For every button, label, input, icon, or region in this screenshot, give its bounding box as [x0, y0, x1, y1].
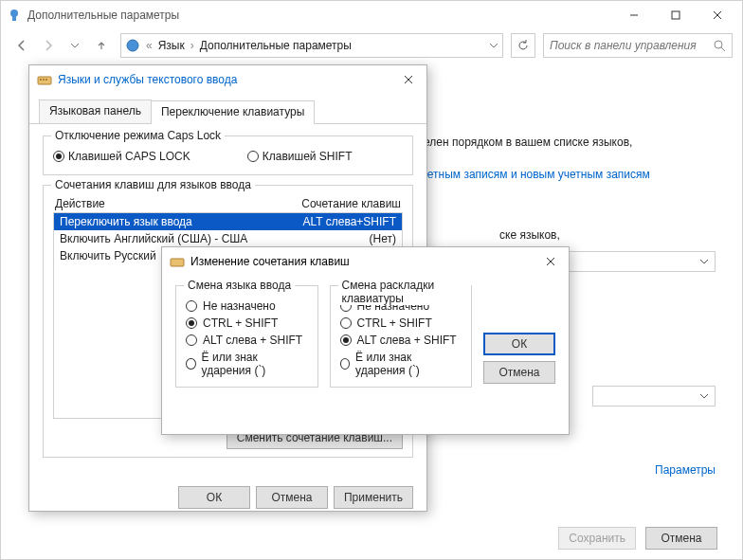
close-button[interactable]	[697, 2, 738, 28]
back-button[interactable]	[10, 34, 33, 57]
footer: Сохранить Отмена	[1, 517, 742, 559]
radio-dot-icon	[186, 317, 197, 329]
cancel-button[interactable]: Отмена	[483, 361, 555, 384]
search-input[interactable]	[550, 39, 709, 52]
svg-point-8	[715, 41, 722, 48]
radio-alt-shift[interactable]: ALT слева + SHIFT	[340, 334, 462, 347]
dialog-header: Изменение сочетания клавиш	[162, 247, 569, 276]
radio-ctrl-shift[interactable]: CTRL + SHIFT	[186, 316, 308, 330]
capslock-group: Отключение режима Caps Lock Клавишей CAP…	[43, 135, 413, 175]
apply-button[interactable]: Применить	[334, 486, 413, 509]
group-legend: Сочетания клавиш для языков ввода	[51, 178, 255, 191]
svg-point-0	[10, 9, 18, 17]
radio-dot-icon	[186, 334, 197, 346]
group-legend: Смена языка ввода	[184, 279, 295, 292]
col-header: Сочетание клавиш	[301, 197, 401, 210]
radio-alt-shift[interactable]: ALT слева + SHIFT	[186, 334, 308, 347]
change-hotkey-dialog: Изменение сочетания клавиш Смена языка в…	[161, 246, 570, 435]
refresh-button[interactable]	[511, 33, 535, 58]
radio-ctrl-shift[interactable]: CTRL + SHIFT	[340, 316, 462, 330]
forward-button[interactable]	[37, 34, 60, 57]
navbar: « Язык › Дополнительные параметры	[1, 29, 742, 62]
breadcrumb-item[interactable]: Язык	[158, 39, 185, 52]
svg-rect-3	[672, 11, 680, 19]
radio-dot-icon	[186, 358, 196, 370]
close-icon[interactable]	[540, 255, 561, 268]
chevron-icon: ›	[189, 39, 196, 52]
radio-dot-icon	[340, 358, 351, 370]
window-title: Дополнительные параметры	[26, 9, 613, 22]
group-legend: Смена раскладки клавиатуры	[338, 279, 472, 305]
svg-rect-12	[43, 79, 45, 81]
minimize-button[interactable]	[613, 2, 655, 28]
save-button: Сохранить	[558, 527, 636, 550]
input-lang-group: Смена языка ввода Не назначено CTRL + SH…	[175, 285, 318, 388]
group-legend: Отключение режима Caps Lock	[51, 129, 225, 142]
list-item[interactable]: Включить Английский (США) - США(Нет)	[54, 230, 402, 247]
radio-grave[interactable]: Ё или знак ударения (`)	[186, 351, 308, 377]
radio-shift[interactable]: Клавишей SHIFT	[247, 150, 353, 163]
maximize-button[interactable]	[655, 2, 697, 28]
radio-dot-icon	[340, 317, 352, 329]
col-header: Действие	[55, 197, 105, 210]
radio-dot-icon	[186, 300, 197, 312]
svg-line-9	[721, 47, 725, 51]
search-icon[interactable]	[714, 40, 726, 52]
ok-button[interactable]: ОК	[178, 486, 250, 509]
tabs: Языковая панель Переключение клавиатуры	[29, 94, 426, 124]
params-link[interactable]: Параметры	[655, 463, 716, 477]
list-item[interactable]: Переключить язык вводаALT слева+SHIFT	[54, 213, 402, 230]
dialog-title: Языки и службы текстового ввода	[58, 73, 237, 86]
radio-dot-icon	[340, 334, 352, 346]
body-text: ределен порядком в вашем списке языков,	[405, 135, 717, 149]
dialog-header: Языки и службы текстового ввода	[29, 65, 426, 94]
link[interactable]: м учетным записям и новым учетным запися…	[405, 168, 717, 181]
combo-box[interactable]	[592, 386, 716, 406]
body-text: ске языков,	[499, 228, 717, 242]
chevron-icon: «	[144, 39, 154, 52]
svg-rect-16	[171, 259, 184, 266]
recent-button[interactable]	[63, 34, 86, 57]
cancel-button[interactable]: Отмена	[256, 486, 328, 509]
address-bar[interactable]: « Язык › Дополнительные параметры	[120, 33, 503, 58]
breadcrumb-item[interactable]: Дополнительные параметры	[200, 39, 352, 52]
svg-rect-13	[45, 79, 47, 81]
up-button[interactable]	[90, 34, 113, 57]
svg-rect-1	[12, 16, 16, 21]
app-icon	[7, 8, 22, 23]
ok-button[interactable]: ОК	[483, 333, 555, 355]
radio-grave[interactable]: Ё или знак ударения (`)	[340, 351, 462, 377]
layout-group: Смена раскладки клавиатуры Не назначено …	[330, 285, 473, 388]
keyboard-icon	[37, 73, 52, 86]
tab-keyboard-switch[interactable]: Переключение клавиатуры	[151, 100, 315, 124]
tab-language-bar[interactable]: Языковая панель	[39, 99, 152, 123]
titlebar: Дополнительные параметры	[1, 1, 742, 29]
keyboard-icon	[170, 255, 185, 268]
radio-dot-icon	[53, 151, 64, 162]
radio-none[interactable]: Не назначено	[186, 299, 308, 313]
radio-capslock[interactable]: Клавишей CAPS LOCK	[53, 150, 190, 163]
close-icon[interactable]	[398, 73, 419, 86]
search-box[interactable]	[543, 33, 733, 58]
radio-dot-icon	[247, 151, 259, 162]
cancel-button[interactable]: Отмена	[645, 527, 717, 550]
dialog-title: Изменение сочетания клавиш	[190, 255, 350, 268]
chevron-down-icon	[699, 391, 709, 401]
dropdown-icon[interactable]	[489, 41, 498, 50]
globe-icon	[125, 38, 140, 53]
chevron-down-icon	[699, 257, 709, 266]
svg-rect-11	[40, 79, 42, 81]
